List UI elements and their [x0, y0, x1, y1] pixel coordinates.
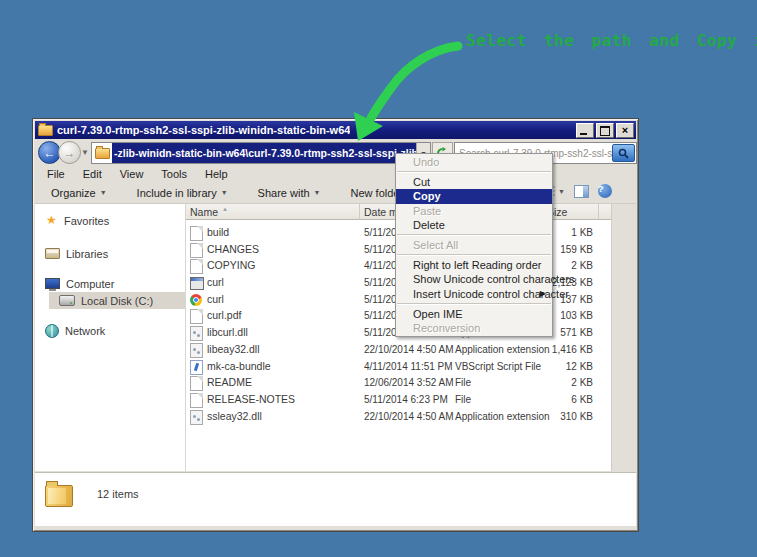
file-type: VBScript Script File [455, 361, 541, 372]
annotation-text: Select the path and Copy it [466, 31, 757, 50]
file-name: mk-ca-bundle [207, 360, 271, 372]
drive-icon [59, 295, 75, 306]
context-menu-label: Delete [413, 219, 445, 231]
search-button[interactable] [612, 144, 635, 162]
file-row-release-notes[interactable]: RELEASE-NOTES5/11/2014 6:23 PMFile6 KB [186, 392, 612, 409]
context-menu-select-all: Select All [396, 238, 552, 252]
context-menu-copy[interactable]: Copy [396, 189, 552, 203]
chevron-down-icon: ▼ [100, 189, 107, 196]
file-name: build [207, 226, 229, 238]
file-name: libcurl.dll [207, 326, 248, 338]
maximize-button[interactable] [596, 123, 614, 138]
list-margin [611, 204, 636, 471]
file-icon [190, 376, 203, 391]
desktop: Select the path and Copy it curl-7.39.0-… [0, 0, 757, 557]
window-title: curl-7.39.0-rtmp-ssh2-ssl-sspi-zlib-wini… [57, 124, 350, 136]
file-name: curl [207, 276, 224, 288]
file-icon [190, 259, 203, 274]
context-menu-reconversion: Reconversion [396, 321, 552, 335]
file-row-libeay32-dll[interactable]: libeay32.dll22/10/2014 4:50 AMApplicatio… [186, 342, 612, 359]
toolbar-organize[interactable]: Organize▼ [43, 185, 115, 201]
file-date: 12/06/2014 3:52 AM [364, 377, 454, 388]
menu-tools[interactable]: Tools [153, 167, 195, 181]
context-menu-show-unicode-control-characters[interactable]: Show Unicode control characters [396, 272, 552, 286]
file-date: 22/10/2014 4:50 AM [364, 411, 454, 422]
file-size: 12 KB [536, 361, 593, 372]
help-button[interactable]: ? [598, 184, 612, 198]
submenu-arrow-icon: ▶ [540, 287, 546, 301]
details-pane: 12 items [35, 472, 636, 526]
toolbar-label: Organize [51, 187, 96, 199]
menu-help[interactable]: Help [197, 167, 236, 181]
context-menu-open-ime[interactable]: Open IME [396, 307, 552, 321]
column-header-name[interactable]: Name▲ [186, 204, 360, 220]
forward-button[interactable]: → [58, 141, 81, 164]
menu-separator [397, 254, 551, 256]
file-date: 4/11/2014 11:51 PM [364, 361, 453, 372]
context-menu-label: Paste [413, 205, 441, 217]
sidebar-item-network[interactable]: Network [35, 322, 185, 339]
context-menu-right-to-left-reading-order[interactable]: Right to left Reading order [396, 258, 552, 272]
sort-ascending-icon: ▲ [222, 206, 228, 212]
file-row-ssleay32-dll[interactable]: ssleay32.dll22/10/2014 4:50 AMApplicatio… [186, 409, 612, 426]
toolbar-share-with[interactable]: Share with▼ [250, 185, 329, 201]
context-menu: UndoCutCopyPasteDeleteSelect AllRight to… [395, 153, 553, 337]
context-menu-insert-unicode-control-character[interactable]: Insert Unicode control character▶ [396, 287, 552, 301]
folder-icon [38, 125, 53, 136]
close-button[interactable]: × [616, 123, 634, 138]
folder-icon [45, 485, 73, 507]
history-dropdown-button[interactable]: ▼ [81, 148, 89, 157]
toolbar-label: Share with [258, 187, 310, 199]
network-icon [45, 324, 59, 338]
sidebar-item-computer[interactable]: Computer [35, 275, 185, 292]
minimize-button[interactable] [576, 123, 594, 138]
column-label: Name [190, 206, 218, 218]
title-bar[interactable]: curl-7.39.0-rtmp-ssh2-ssl-sspi-zlib-wini… [35, 121, 636, 139]
sidebar-item-favorites[interactable]: Favorites [35, 212, 185, 229]
sidebar-item-local-disk-c-[interactable]: Local Disk (C:) [49, 292, 185, 309]
file-name: RELEASE-NOTES [207, 393, 295, 405]
folder-icon [95, 148, 110, 159]
file-icon [190, 393, 203, 408]
address-bar[interactable]: -zlib-winidn-static-bin-w64\curl-7.39.0-… [91, 142, 431, 164]
context-menu-label: Undo [413, 156, 439, 168]
context-menu-label: Right to left Reading order [413, 259, 541, 271]
menu-separator [397, 303, 551, 305]
file-type: File [455, 394, 471, 405]
forward-arrow-icon: → [64, 146, 76, 160]
preview-pane-button[interactable] [574, 185, 589, 198]
context-menu-paste: Paste [396, 204, 552, 218]
context-menu-delete[interactable]: Delete [396, 218, 552, 232]
context-menu-label: Show Unicode control characters [413, 273, 574, 285]
file-name: libeay32.dll [207, 343, 260, 355]
file-name: curl [207, 293, 224, 305]
minimize-icon [580, 133, 587, 135]
chrome-icon [190, 294, 202, 306]
star-icon [45, 214, 58, 227]
menu-view[interactable]: View [112, 167, 152, 181]
menu-edit[interactable]: Edit [75, 167, 110, 181]
toolbar-include-in-library[interactable]: Include in library▼ [129, 185, 236, 201]
file-row-readme[interactable]: README12/06/2014 3:52 AMFile2 KB [186, 375, 612, 392]
file-name: CHANGES [207, 243, 259, 255]
menu-separator [397, 234, 551, 236]
menu-file[interactable]: File [39, 167, 73, 181]
sidebar-item-label: Favorites [64, 215, 109, 227]
file-icon [190, 226, 203, 241]
chevron-down-icon: ▼ [558, 188, 565, 195]
file-row-mk-ca-bundle[interactable]: mk-ca-bundle4/11/2014 11:51 PMVBScript S… [186, 359, 612, 376]
maximize-icon [600, 126, 610, 136]
sidebar-item-libraries[interactable]: Libraries [35, 245, 185, 262]
command-bar-items: Organize▼Include in library▼Share with▼N… [43, 185, 411, 201]
context-menu-cut[interactable]: Cut [396, 175, 552, 189]
file-size: 2 KB [536, 377, 593, 388]
file-name: COPYING [207, 259, 255, 271]
file-name: README [207, 376, 252, 388]
context-menu-label: Cut [413, 176, 430, 188]
file-size: 6 KB [536, 394, 593, 405]
application-icon [190, 277, 204, 290]
file-name: curl.pdf [207, 309, 241, 321]
navigation-pane: FavoritesLibrariesComputerLocal Disk (C:… [35, 204, 186, 471]
dll-icon [190, 326, 203, 341]
sidebar-item-label: Local Disk (C:) [81, 295, 153, 307]
